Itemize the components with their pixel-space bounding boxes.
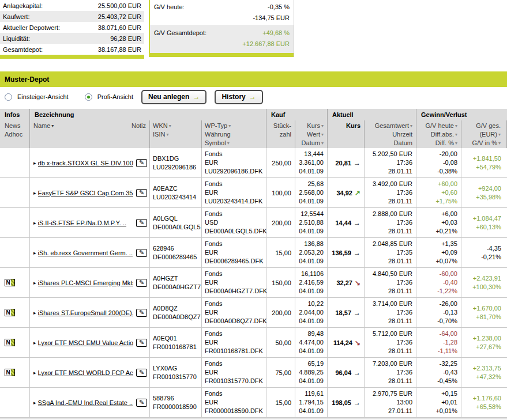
- gv-diff-abs-value: -1,28: [443, 338, 457, 347]
- instrument-link[interactable]: EasyETF S&P GSCI Cap.Com.35/20..: [38, 190, 133, 196]
- note-icon[interactable]: ✎: [136, 219, 147, 227]
- sort-arrow-icon: ▾: [51, 123, 54, 128]
- cell-gv-ges: +2.313,75 +47,32%: [461, 358, 507, 387]
- kauf-datum-value: 04.01.09: [299, 257, 324, 266]
- instrument-link[interactable]: iS.II-iS.FTSE EP./Na.D.M.P.Y. ..: [38, 220, 126, 226]
- trend-arrow-icon: →: [354, 249, 360, 257]
- sort-gv-in-pct[interactable]: G/V in %▾: [472, 139, 501, 147]
- kurs-value: 114,24: [333, 339, 352, 346]
- summary-row: Anlagekapital: 25.500,00 EUR: [0, 0, 144, 11]
- cell-name: ▸ EasyETF S&P GSCI Cap.Com.35/20.. ✎: [30, 178, 150, 207]
- note-icon[interactable]: ✎: [136, 399, 147, 407]
- wkn-value: 588796: [153, 394, 201, 403]
- radio-einsteiger-label[interactable]: Einsteiger-Ansicht: [17, 93, 69, 100]
- cell-gv-heute: +60,00 +0,60 +1,75%: [416, 178, 461, 207]
- sort-symbol[interactable]: Symbol▾: [205, 139, 266, 147]
- gv-ges-eur-value: +1.670,00: [473, 304, 501, 313]
- sort-name[interactable]: Name▾: [33, 122, 54, 130]
- neu-anlegen-button[interactable]: Neu anlegen →: [141, 90, 206, 104]
- isin-value: LU0292096186: [153, 163, 201, 172]
- news-icon[interactable]: N: [5, 369, 15, 376]
- expand-triangle-icon[interactable]: ▸: [33, 280, 36, 286]
- sort-wkn[interactable]: WKN▾: [153, 122, 201, 130]
- trend-arrow-icon: ↘: [355, 339, 360, 347]
- subheader-notiz: Notiz: [132, 122, 146, 130]
- sort-gv-ges-eur[interactable]: (EUR)▾: [479, 130, 501, 139]
- note-icon[interactable]: ✎: [136, 189, 147, 197]
- kauf-wert-value: 2.568,00: [299, 188, 324, 197]
- instrument-link[interactable]: iShares ST.EuropeSmall 200(DE)..: [38, 309, 133, 316]
- sort-diff-pct[interactable]: Diff. %▾: [435, 139, 457, 147]
- note-icon[interactable]: ✎: [136, 339, 147, 347]
- kauf-wert-value: 2.416,59: [299, 278, 324, 287]
- expand-triangle-icon[interactable]: ▸: [33, 190, 36, 196]
- instrument-link[interactable]: iSh. eb.rexx Government Germ. ..: [38, 249, 133, 256]
- gesamtwert-value: 3.492,00 EUR: [373, 180, 412, 188]
- instrument-link[interactable]: iShares PLC-MSCI Emerging Mkts..: [38, 279, 133, 286]
- sort-gesamtwert[interactable]: Gesamtwert▾: [375, 122, 412, 130]
- note-icon[interactable]: ✎: [136, 279, 147, 287]
- table-row: N ▸ db x-track.STOXX GL SE.DIV.100.. ✎ D…: [0, 148, 507, 178]
- symbol-value: FR0010315770.DFK: [205, 377, 266, 385]
- news-icon[interactable]: N: [5, 279, 15, 286]
- news-icon[interactable]: N: [5, 339, 15, 346]
- instrument-link[interactable]: SSgA Ind.-EMU Ind.Real Estate ..: [38, 399, 133, 406]
- kauf-wert-value: 2.510,88: [299, 218, 324, 227]
- expand-triangle-icon[interactable]: ▸: [33, 340, 36, 346]
- gv-diff-pct-value: -0,70%: [437, 317, 457, 326]
- subheader-infos: News Adhoc: [0, 120, 30, 148]
- kauf-kurs-value: 136,88: [304, 240, 324, 248]
- sort-kauf-kurs[interactable]: Kurs▾: [307, 122, 324, 130]
- cell-kauf: 89,48 4.474,00 04.01.09: [295, 328, 328, 357]
- summary-row: Gesamtdepot: 38.167,88 EUR: [0, 44, 144, 55]
- instrument-link[interactable]: Lyxor ETF MSCI WORLD FCP Actio..: [38, 369, 133, 376]
- sort-arrow-icon: ▾: [410, 123, 412, 128]
- expand-triangle-icon[interactable]: ▸: [33, 370, 36, 376]
- radio-profi-ansicht[interactable]: [85, 93, 92, 101]
- sort-gv-heute[interactable]: G/V heute▾: [425, 122, 457, 130]
- instrument-link[interactable]: Lyxor ETF MSCI EMU Value Actio..: [38, 339, 133, 346]
- sort-wp-typ[interactable]: WP-Typ▾: [205, 122, 266, 130]
- instrument-link[interactable]: db x-track.STOXX GL SE.DIV.100..: [38, 160, 133, 167]
- cell-gv-heute: -60,00 -0,40 -1,22%: [416, 268, 461, 297]
- news-icon[interactable]: N: [5, 309, 15, 316]
- kauf-kurs-value: 25,68: [307, 180, 324, 188]
- page-title: Muster-Depot: [5, 75, 49, 84]
- expand-triangle-icon[interactable]: ▸: [33, 250, 36, 256]
- subheader-gv-heute: G/V heute▾ Diff.abs.▾ Diff. %▾: [416, 120, 461, 148]
- note-icon[interactable]: ✎: [136, 249, 147, 257]
- cell-aktuell-kurs: 18,57 →: [328, 298, 365, 327]
- gv-ges-pct-value: +27,67%: [476, 343, 501, 351]
- cell-aktuell-kurs: 96,04 →: [328, 358, 365, 387]
- group-header-kauf: Kauf: [266, 109, 328, 120]
- gv-heute-value: +0,15: [441, 389, 457, 398]
- cell-aktuell-kurs: 20,81 →: [328, 148, 365, 177]
- sort-isin[interactable]: ISIN▾: [153, 130, 201, 139]
- cell-wp-typ: Fonds USD DE000A0LGQL5.DFK: [202, 208, 266, 237]
- sort-kauf-wert[interactable]: Wert▾: [307, 130, 324, 139]
- summary-left-panel: Anlagekapital: 25.500,00 EUR Kaufwert: 2…: [0, 0, 144, 59]
- sort-kauf-datum[interactable]: Datum▾: [302, 139, 324, 147]
- gv-ges-eur-value: +1.084,47: [473, 214, 501, 223]
- expand-triangle-icon[interactable]: ▸: [33, 310, 36, 316]
- note-icon[interactable]: ✎: [136, 369, 147, 377]
- note-icon[interactable]: ✎: [136, 159, 147, 167]
- radio-einsteiger-ansicht[interactable]: [5, 93, 12, 101]
- gesamtwert-value: 7.203,00 EUR: [373, 360, 412, 368]
- history-button[interactable]: History →: [215, 90, 262, 104]
- gv-heute-value: +6,00: [441, 210, 457, 218]
- radio-profi-label[interactable]: Profi-Ansicht: [97, 93, 133, 100]
- sort-diff-abs[interactable]: Diff.abs.▾: [431, 130, 457, 139]
- gv-diff-pct-value: -1,11%: [438, 347, 457, 355]
- cell-name: ▸ db x-track.STOXX GL SE.DIV.100.. ✎: [30, 148, 150, 177]
- expand-triangle-icon[interactable]: ▸: [33, 160, 36, 166]
- expand-triangle-icon[interactable]: ▸: [33, 400, 36, 406]
- cell-aktuell-kurs: 136,59 →: [328, 238, 365, 267]
- cell-gesamtwert: 4.840,50 EUR 17:36 28.01.11: [365, 268, 416, 297]
- expand-triangle-icon[interactable]: ▸: [33, 220, 36, 226]
- waehrung-value: EUR: [205, 398, 266, 407]
- gesamtwert-value: 2.048,85 EUR: [373, 240, 412, 248]
- note-icon[interactable]: ✎: [136, 309, 147, 317]
- group-header-infos: Infos: [0, 109, 30, 120]
- cell-gesamtwert: 7.203,00 EUR 17:36 28.01.11: [365, 358, 416, 387]
